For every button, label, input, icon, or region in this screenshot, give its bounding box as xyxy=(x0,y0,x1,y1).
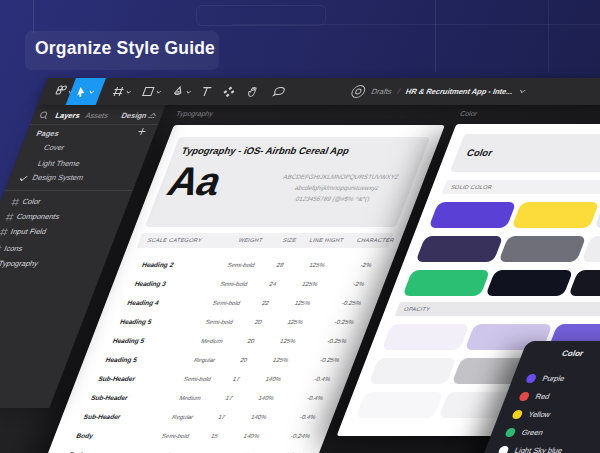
color-dot xyxy=(497,446,509,453)
color-swatch[interactable] xyxy=(568,270,600,296)
row-character: -0.4% xyxy=(301,376,343,382)
alphabet-specimen: ABCDEFGHIJKLMNOPQURSTUVWXYZ abcdefghijkl… xyxy=(262,171,413,204)
row-category: Heading 2 xyxy=(141,261,175,268)
column-header-size: SIZE xyxy=(277,237,303,243)
row-character: -2% xyxy=(338,281,380,287)
row-size: 17 xyxy=(223,376,249,382)
chevron-up-icon[interactable] xyxy=(149,112,158,117)
tab-assets[interactable]: Assets xyxy=(84,111,110,120)
row-category: Body xyxy=(75,432,94,439)
page-item-cover[interactable]: Cover xyxy=(43,143,66,152)
frame-label-color[interactable]: Color xyxy=(459,110,478,117)
row-character: -0.25% xyxy=(309,357,351,363)
chevron-down-icon xyxy=(125,90,133,94)
hero-deco-rect xyxy=(196,5,326,26)
row-weight: Regular xyxy=(154,414,212,420)
opacity-section-header: OPACITY xyxy=(395,302,600,316)
frame-label-typography[interactable]: Typography xyxy=(175,110,214,117)
color-swatch[interactable] xyxy=(415,236,503,262)
color-swatch[interactable] xyxy=(511,202,599,228)
rectangle-icon xyxy=(141,86,156,97)
row-category: Heading 3 xyxy=(134,280,168,287)
row-line-height: 125% xyxy=(284,300,320,306)
row-line-height: 125% xyxy=(299,262,335,268)
typography-card-title: Typography - iOS- Airbnb Cereal App xyxy=(180,145,351,156)
layer-item-typography[interactable]: Typography xyxy=(0,259,40,268)
pages-header: Pages xyxy=(35,129,61,138)
color-swatch[interactable] xyxy=(402,270,490,296)
opacity-swatch[interactable] xyxy=(355,392,443,418)
alphabet-lowercase: abcdefghijklmnopqurstuvwxyz xyxy=(266,182,408,193)
solid-color-label: SOLID COLOR xyxy=(450,184,493,190)
row-category: Heading 5 xyxy=(105,356,139,363)
opacity-swatch[interactable] xyxy=(369,358,457,384)
color-swatch[interactable] xyxy=(485,270,573,296)
row-size: 17 xyxy=(209,414,235,420)
breadcrumb-file-name[interactable]: HR & Recruitment App - Inte... xyxy=(404,87,514,96)
row-character: -0.25% xyxy=(316,338,358,344)
column-header-scale-category: SCALE CATEGORY xyxy=(147,237,203,243)
legend-label: Red xyxy=(534,392,551,401)
legend-item: Light Sky blue xyxy=(497,443,565,453)
row-size: 17 xyxy=(216,395,242,401)
row-line-height: 140% xyxy=(241,414,277,420)
opacity-swatch[interactable] xyxy=(382,324,470,350)
add-page-icon[interactable] xyxy=(136,127,148,136)
search-icon[interactable] xyxy=(38,111,50,120)
row-category: Sub-Header xyxy=(97,375,136,382)
row-weight: Semi-bold xyxy=(168,376,226,382)
hand-icon xyxy=(245,86,262,98)
hero-deco-line xyxy=(33,0,34,33)
column-header-weight: WEIGHT xyxy=(222,237,280,243)
table-header: SCALE CATEGORY WEIGHT SIZE LINE HIGHT CH… xyxy=(137,233,394,248)
row-character: -2% xyxy=(345,262,387,268)
row-size: 20 xyxy=(245,319,271,325)
color-dot xyxy=(525,374,537,383)
table-row: Body Medium 15 140% -0.24% xyxy=(53,446,311,453)
frame-icon xyxy=(111,86,126,97)
table-row: Body Semi-bold 15 140% -0.24% xyxy=(61,427,319,446)
page-item-light-theme[interactable]: Light Theme xyxy=(36,159,81,168)
row-character: -0.4% xyxy=(294,395,336,401)
row-category: Heading 4 xyxy=(126,299,160,306)
hero-deco-line xyxy=(232,24,600,25)
table-row: Heading 5 Medium 20 125% -0.25% xyxy=(97,332,355,351)
frame-icon xyxy=(10,198,21,206)
row-weight: Medium xyxy=(183,338,241,344)
breadcrumb-location[interactable]: Drafts xyxy=(370,87,393,96)
page-item-design-system[interactable]: Design System xyxy=(31,173,85,182)
row-weight: Semi-bold xyxy=(146,433,204,439)
component-icon xyxy=(221,86,238,98)
text-icon xyxy=(199,86,213,97)
legend-item: Green xyxy=(503,425,545,439)
comment-icon xyxy=(271,86,289,98)
chevron-down-icon[interactable] xyxy=(518,89,527,94)
color-swatch[interactable] xyxy=(428,202,516,228)
legend-label: Light Sky blue xyxy=(513,446,564,453)
hero-stage: Organize Style Guide xyxy=(0,0,600,453)
frame-icon xyxy=(4,213,15,221)
row-size: 15 xyxy=(201,433,227,439)
legend-title: Color xyxy=(561,349,585,358)
avatar-icon[interactable] xyxy=(348,84,369,99)
row-line-height: 125% xyxy=(270,338,306,344)
row-character: -0.4% xyxy=(287,414,329,420)
table-row: Heading 3 Semi-bold 24 125% -2% xyxy=(119,275,377,294)
table-row: Heading 5 Regular 20 125% -0.25% xyxy=(90,351,348,370)
figma-logo-icon xyxy=(52,85,68,98)
column-header-character: CHARACTER xyxy=(355,237,397,243)
column-header-line-height: LINE HIGHT xyxy=(309,237,345,243)
layer-item-icons[interactable]: Icons xyxy=(3,244,24,253)
table-row: Heading 2 Semi-bold 28 125% -2% xyxy=(126,256,384,275)
comment-tool-button[interactable] xyxy=(264,78,295,105)
layer-item-input-field[interactable]: Input Field xyxy=(9,227,47,236)
color-swatch[interactable] xyxy=(498,236,586,262)
opacity-label: OPACITY xyxy=(403,306,431,312)
alphabet-numerals: 0123456789 (@#$% ^&*() xyxy=(262,193,404,204)
layer-item-components[interactable]: Components xyxy=(15,212,61,221)
tab-layers[interactable]: Layers xyxy=(54,111,82,120)
layer-item-color[interactable]: Color xyxy=(21,197,42,206)
table-row: Heading 4 Semi-bold 22 125% -0.25% xyxy=(112,294,370,313)
row-weight: Semi-bold xyxy=(197,300,255,306)
chevron-down-icon xyxy=(155,90,163,94)
